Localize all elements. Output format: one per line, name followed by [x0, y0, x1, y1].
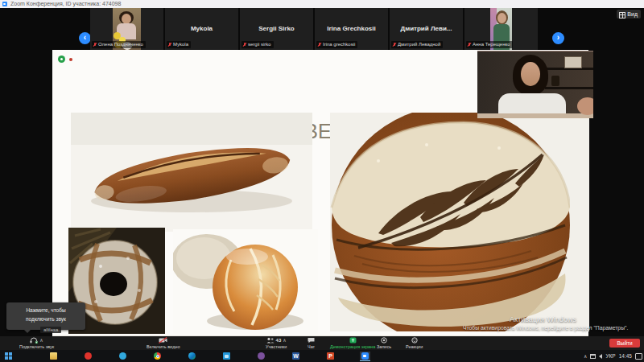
tooltip-line1: Нажмите, чтобы	[6, 306, 85, 315]
participant-tile[interactable]: Дмитрий Леви... Дмитрий Левадной	[390, 8, 463, 50]
keyboard-language[interactable]: УКР	[605, 353, 615, 359]
participant-display-name: Дмитрий Леви...	[390, 25, 463, 32]
window-title: Zoom Конференция, ID участника: 474098	[10, 0, 121, 8]
participant-name: Mykola	[173, 42, 188, 47]
presenter-arm	[577, 97, 593, 115]
start-button[interactable]	[3, 352, 14, 360]
network-icon[interactable]	[590, 354, 596, 359]
presenter-video-tile[interactable]	[477, 51, 593, 118]
taskbar-icon-word[interactable]: W	[291, 352, 301, 360]
zoom-logo-icon	[2, 2, 7, 6]
taskbar-icon-edge[interactable]	[187, 352, 197, 360]
camera-off-icon	[159, 337, 167, 343]
taskbar-icon-opera[interactable]	[83, 352, 93, 360]
zoom-meeting-window: Zoom Конференция, ID участника: 474098 ‹…	[0, 0, 644, 362]
participant-name: Олена Поздняченко	[98, 42, 143, 47]
record-label: Запись	[377, 344, 391, 349]
start-video-button[interactable]: Включить видео	[147, 337, 180, 349]
windows-activation-watermark-line1: Активация Windows	[510, 315, 576, 323]
taskbar-icon-chrome[interactable]	[152, 352, 163, 360]
baguette-photo	[71, 113, 312, 232]
wheat-scored-loaf-photo	[330, 113, 589, 331]
join-audio-tooltip: Нажмите, чтобы подключить звук	[6, 302, 85, 330]
taskbar-icon-zoom-active[interactable]	[360, 352, 370, 361]
share-screen-label: Демонстрация экрана	[330, 344, 375, 349]
mic-muted-icon	[243, 43, 246, 47]
reactions-label: Реакции	[406, 344, 423, 349]
taskbar-icon-powerpoint[interactable]: P	[325, 352, 336, 360]
system-tray: ∧ УКР 14:45	[584, 350, 642, 362]
participant-name: Irina grechkosii	[323, 42, 355, 47]
reactions-button[interactable]: Реакции	[406, 337, 423, 349]
chat-button[interactable]: Чат	[308, 337, 315, 349]
chat-icon	[308, 337, 315, 343]
participant-display-name: Irina Grechkosii	[315, 25, 388, 32]
windows-activation-watermark-line2: Чтобы активировать Windows, перейдите в …	[463, 325, 628, 331]
round-boule-photo	[173, 229, 318, 334]
volume-icon[interactable]	[599, 354, 602, 359]
window-titlebar: Zoom Конференция, ID участника: 474098	[0, 0, 644, 8]
view-button[interactable]: Вид	[617, 10, 641, 19]
participant-name: Анна Терещенко	[473, 42, 510, 47]
join-audio-label: Подключить звук	[19, 344, 54, 349]
participant-name: Дмитрий Левадной	[398, 42, 440, 47]
clock[interactable]: 14:45	[619, 353, 632, 359]
green-status-icon	[58, 56, 65, 63]
mic-muted-icon	[93, 43, 97, 47]
view-button-label: Вид	[627, 11, 638, 17]
participant-filmstrip: ‹ Олена Поздняченко Mykola Mykola Sergii…	[0, 8, 644, 50]
grid-view-icon	[619, 12, 625, 19]
windows-taskbar: W P ∧ УКР 14:45	[0, 350, 644, 362]
notifications-icon[interactable]	[635, 353, 642, 360]
reactions-smiley-icon	[411, 337, 418, 343]
chat-label: Чат	[308, 344, 315, 349]
participant-tile[interactable]: Sergii Sirko sergii sirko	[240, 8, 313, 50]
background-picture-frame	[564, 56, 582, 68]
red-record-dot-icon	[69, 58, 72, 61]
tray-hidden-icons-chevron[interactable]: ∧	[584, 353, 587, 359]
participants-label: Участники	[266, 344, 287, 349]
participant-name: sergii sirko	[248, 42, 271, 47]
headset-icon	[30, 337, 38, 343]
participant-display-name: Mykola	[165, 25, 238, 32]
filmstrip-next-arrow[interactable]: ›	[552, 32, 564, 44]
participants-caret-icon[interactable]: ∧	[283, 337, 286, 343]
mic-muted-icon	[318, 43, 321, 47]
taskbar-icon-viber[interactable]	[256, 352, 266, 360]
participant-display-name: Sergii Sirko	[240, 25, 313, 32]
mic-muted-icon	[393, 43, 396, 47]
participant-tile[interactable]: Олена Поздняченко	[90, 8, 163, 50]
tooltip-line2: подключить звук	[6, 315, 85, 323]
filmstrip-prev-arrow[interactable]: ‹	[79, 32, 91, 44]
participant-tile[interactable]: Irina Grechkosii Irina grechkosii	[315, 8, 388, 50]
record-button[interactable]: Запись	[377, 337, 391, 349]
taskbar-icon-file-explorer[interactable]	[48, 352, 59, 360]
leave-meeting-button[interactable]: Выйти	[609, 339, 640, 348]
start-video-label: Включить видео	[147, 344, 180, 349]
mic-muted-icon	[468, 43, 471, 47]
presenter-desk	[477, 113, 593, 118]
record-icon	[381, 337, 387, 343]
background-object	[551, 76, 559, 86]
taskbar-icon-telegram[interactable]	[118, 352, 128, 360]
zoom-toolbar: ∧ Подключить звук Включить видео 43	[0, 336, 644, 350]
participant-tile[interactable]: Анна Терещенко	[464, 8, 538, 50]
participants-count: 43	[276, 337, 282, 343]
taskbar-icon-photos[interactable]	[221, 352, 232, 360]
mic-muted-icon	[168, 43, 171, 47]
background-shelf	[545, 87, 593, 89]
join-audio-button[interactable]: ∧ Подключить звук	[19, 337, 54, 349]
share-screen-icon	[349, 337, 357, 343]
photo-credit-label: allilesa	[40, 327, 61, 333]
participants-button[interactable]: 43 ∧ Участники	[266, 337, 287, 349]
audio-options-caret-icon[interactable]: ∧	[39, 337, 43, 343]
presenter-face	[521, 62, 540, 86]
participant-tile[interactable]: Mykola Mykola	[165, 8, 238, 50]
share-screen-button[interactable]: Демонстрация экрана	[330, 337, 375, 349]
participants-icon	[266, 337, 275, 343]
